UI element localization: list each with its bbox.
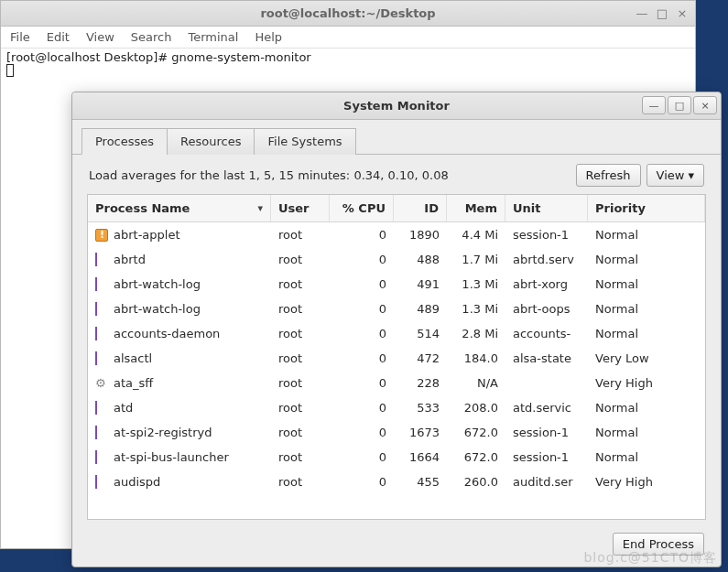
minimize-button[interactable]: — [642,96,666,114]
cell: 1.3 Mi [447,277,505,291]
process-name: abrtd [114,253,146,266]
toolbar: Load averages for the last 1, 5, 15 minu… [72,155,721,194]
refresh-button[interactable]: Refresh [576,164,641,187]
menu-view[interactable]: View [86,30,114,44]
cell: root [271,253,330,266]
cell: alsactl [88,351,271,365]
table-row[interactable]: accounts-daemonroot05142.8 Miaccounts-No… [88,321,705,346]
col-process-name[interactable]: Process Name ▾ [88,195,271,221]
col-user[interactable]: User [271,195,330,221]
table-row[interactable]: alsactlroot0472184.0alsa-stateVery Low [88,346,705,371]
col-unit[interactable]: Unit [505,195,588,221]
close-icon[interactable]: × [675,7,690,20]
cell: 184.0 [447,351,505,365]
maximize-icon[interactable]: □ [655,7,669,20]
cell: 1664 [394,450,447,464]
cell: Very High [588,376,705,390]
table-row[interactable]: audispdroot0455260.0auditd.serVery High [88,469,705,494]
tab-processes[interactable]: Processes [81,128,168,155]
cell: 488 [394,253,447,266]
col-cpu[interactable]: % CPU [330,195,394,221]
cell: root [271,351,330,365]
menu-search[interactable]: Search [131,30,172,44]
cell: 0 [330,475,394,489]
cell: Normal [588,327,705,340]
menu-help[interactable]: Help [255,30,282,44]
cell: 4.4 Mi [447,228,505,242]
cell: 0 [330,277,394,291]
cell: Normal [588,450,705,464]
table-body[interactable]: abrt-appletroot018904.4 Misession-1Norma… [88,222,705,519]
terminal-window-controls: — □ × [635,7,690,20]
cell: atd [88,401,271,415]
cell: Normal [588,401,705,415]
process-name: at-spi2-registryd [114,426,212,439]
cell: abrt-xorg [505,277,588,291]
cell: alsa-state [505,351,588,365]
cell: 489 [394,302,447,316]
tab-resources[interactable]: Resources [167,128,255,155]
cell: auditd.ser [505,475,588,489]
tab-file-systems[interactable]: File Systems [254,128,355,155]
cell: 514 [394,327,447,340]
menu-edit[interactable]: Edit [47,30,70,44]
table-row[interactable]: atdroot0533208.0atd.servicNormal [88,395,705,420]
table-row[interactable]: abrtdroot04881.7 Miabrtd.servNormal [88,247,705,272]
cell: root [271,475,330,489]
col-id[interactable]: ID [394,195,447,221]
table-row[interactable]: at-spi2-registrydroot01673672.0session-1… [88,420,705,445]
col-mem[interactable]: Mem [447,195,505,221]
cell: root [271,450,330,464]
view-button[interactable]: View▾ [647,164,704,187]
cell: root [271,228,330,242]
cell: 491 [394,277,447,291]
cell: 260.0 [447,475,505,489]
table-row[interactable]: abrt-appletroot018904.4 Misession-1Norma… [88,222,705,247]
process-icon [95,402,108,415]
cell: root [271,426,330,439]
process-name: abrt-watch-log [114,302,201,316]
close-button[interactable]: × [693,96,717,114]
cell: 533 [394,401,447,415]
terminal-title: root@localhost:~/Desktop [260,6,435,20]
cell: Normal [588,277,705,291]
cell: 0 [330,351,394,365]
cell: 0 [330,401,394,415]
cell: at-spi-bus-launcher [88,450,271,464]
process-icon [95,303,108,316]
maximize-button[interactable]: □ [668,96,691,114]
table-row[interactable]: at-spi-bus-launcherroot01664672.0session… [88,445,705,469]
cell: session-1 [505,228,588,242]
table-row[interactable]: abrt-watch-logroot04891.3 Miabrt-oopsNor… [88,297,705,321]
sysmon-title: System Monitor [343,99,450,113]
cell: 1890 [394,228,447,242]
cell: Very High [588,475,705,489]
cell: Normal [588,302,705,316]
cell: root [271,376,330,390]
menu-file[interactable]: File [10,30,30,44]
cell: root [271,327,330,340]
menu-terminal[interactable]: Terminal [188,30,238,44]
process-name: at-spi-bus-launcher [114,450,229,464]
terminal-titlebar: root@localhost:~/Desktop — □ × [1,1,695,27]
cell: 208.0 [447,401,505,415]
end-process-button[interactable]: End Process [613,533,704,556]
table-header: Process Name ▾ User % CPU ID Mem Unit Pr… [88,195,705,222]
cell: 672.0 [447,450,505,464]
cell: 455 [394,475,447,489]
cell: Normal [588,253,705,266]
terminal-body[interactable]: [root@localhost Desktop]# gnome-system-m… [1,49,695,81]
gear-icon: ⚙ [95,377,108,390]
minimize-icon[interactable]: — [635,7,649,20]
process-name: atd [114,401,133,415]
col-priority[interactable]: Priority [588,195,705,221]
process-name: ata_sff [114,376,153,390]
cell: N/A [447,376,505,390]
process-icon [95,426,108,439]
cell: abrt-oops [505,302,588,316]
cell: 0 [330,228,394,242]
table-row[interactable]: abrt-watch-logroot04911.3 Miabrt-xorgNor… [88,272,705,297]
table-row[interactable]: ⚙ata_sffroot0228N/AVery High [88,371,705,395]
cell: abrt-watch-log [88,302,271,316]
cell: audispd [88,475,271,489]
